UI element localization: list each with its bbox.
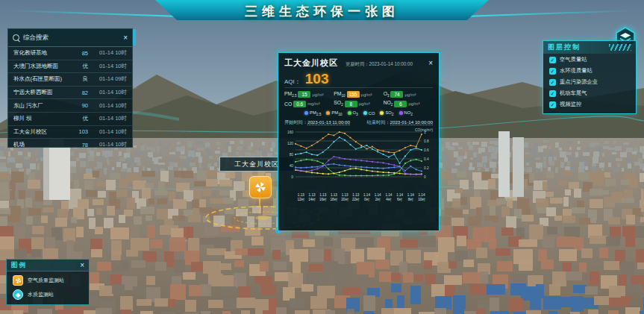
station-name: 补水点(石匣里断面): [13, 75, 72, 83]
station-name: 宁远大桥西断面: [13, 89, 72, 96]
pollutant-name: PM10: [334, 91, 345, 98]
pollutant-name: NO2: [384, 100, 393, 107]
legend-entry[interactable]: PM10: [326, 110, 342, 116]
search-clear-icon[interactable]: ×: [123, 34, 128, 42]
legend-entry[interactable]: CO: [363, 110, 375, 116]
pollutant-card: PM10 155 μg/m³: [334, 91, 383, 98]
svg-text:1.140时: 1.140时: [363, 193, 370, 201]
start-time-value[interactable]: 2023-01-13 11:00:00: [307, 119, 350, 125]
end-time-value[interactable]: 2023-01-14 10:00:00: [390, 119, 433, 125]
svg-text:CO(mg/m³): CO(mg/m³): [415, 128, 433, 131]
svg-text:1.142时: 1.142时: [375, 193, 381, 201]
pollutant-card: NO2 6 μg/m³: [384, 100, 433, 107]
svg-text:1.1314时: 1.1314时: [308, 193, 316, 201]
popup-close-icon[interactable]: ×: [428, 60, 433, 67]
start-time-label: 开始时间：: [284, 119, 307, 125]
marker-stem: [259, 198, 260, 216]
legend-dot: [304, 111, 308, 115]
legend-label: PM10: [331, 110, 342, 116]
water-station-icon: ◆: [13, 289, 23, 300]
legend-dot: [348, 111, 351, 115]
pollutant-name: SO2: [334, 100, 343, 107]
checkbox-checked-icon[interactable]: ✓: [549, 101, 556, 108]
checkbox-checked-icon[interactable]: ✓: [549, 57, 556, 63]
pollutant-unit: μg/m³: [404, 92, 416, 97]
pollutant-unit: μg/m³: [408, 101, 419, 106]
legend-label: NO2: [404, 110, 413, 116]
search-result-row[interactable]: 机场 78 01-14 10时: [8, 139, 132, 151]
update-time-label: 更新时间：: [346, 61, 369, 66]
search-result-row[interactable]: 补水点(石匣里断面) 良 01-14 09时: [8, 73, 132, 87]
legend-entry[interactable]: NO2: [399, 110, 413, 116]
svg-text:1.1318时: 1.1318时: [331, 193, 338, 201]
svg-text:1.144时: 1.144时: [385, 193, 392, 201]
search-result-list: 宣化教研基地 85 01-14 10时大境门水源地断面 优 01-14 10时补…: [8, 47, 132, 151]
checkbox-checked-icon[interactable]: ✓: [549, 68, 556, 75]
search-result-row[interactable]: 宣化教研基地 85 01-14 10时: [8, 47, 132, 60]
pollutant-card: SO2 8 μg/m³: [334, 100, 383, 107]
pollutant-value-badge: 6: [394, 101, 407, 107]
station-value: 82: [72, 90, 88, 96]
svg-text:80: 80: [290, 153, 294, 157]
layer-item-list: ✓ 空气质量站✓ 水环境质量站✓ 重点污染源企业✓ 机动车尾气✓ 视频监控: [543, 54, 636, 110]
search-result-row[interactable]: 工大金川校区 103 01-14 10时: [8, 126, 132, 139]
svg-text:0.6: 0.6: [424, 148, 429, 152]
station-time: 01-14 10时: [88, 128, 127, 136]
station-time: 01-14 10时: [88, 141, 127, 148]
legend-item-label: 水质监测站: [28, 291, 54, 298]
layer-item-label: 水环境质量站: [560, 67, 593, 75]
station-value: 优: [72, 115, 88, 122]
legend-entry[interactable]: SO2: [380, 110, 393, 116]
svg-text:0.8: 0.8: [424, 139, 429, 143]
search-bar[interactable]: 综合搜索 ×: [8, 29, 132, 47]
station-value: 103: [72, 128, 88, 135]
svg-text:1.148时: 1.148时: [407, 193, 414, 201]
search-icon: [13, 34, 19, 41]
pollutant-name: O3: [384, 91, 390, 98]
layer-item[interactable]: ✓ 机动车尾气: [543, 87, 636, 98]
svg-text:1.1312时: 1.1312时: [297, 193, 304, 201]
pinwheel-icon: [254, 181, 266, 193]
popup-update-time: 更新时间：2023-01-14 10:00:00: [346, 61, 428, 68]
svg-text:1.1410时: 1.1410时: [418, 193, 425, 201]
legend-entry[interactable]: PM2.5: [304, 110, 321, 116]
pollutant-value-badge: 74: [390, 91, 403, 98]
chart-legend: PM2.5PM10O3COSO2NO2: [284, 110, 433, 116]
checkbox-checked-icon[interactable]: ✓: [549, 79, 556, 86]
svg-text:160: 160: [287, 131, 293, 134]
pollutant-value-badge: 15: [298, 91, 310, 98]
search-result-row[interactable]: 东山 污水厂 90 01-14 10时: [8, 99, 132, 113]
svg-text:1.146时: 1.146时: [396, 193, 403, 201]
legend-label: O3: [353, 110, 358, 116]
map-legend-panel: 图例 × 空气质量监测站◆水质监测站: [6, 259, 90, 305]
legend-dot: [380, 111, 384, 115]
search-scrollbar[interactable]: [133, 29, 136, 45]
time-range-row: 开始时间：2023-01-13 11:00:00 结束时间：2023-01-14…: [284, 119, 433, 126]
station-time: 01-14 09时: [88, 75, 127, 83]
legend-close-icon[interactable]: ×: [80, 262, 84, 269]
svg-text:40: 40: [290, 164, 294, 168]
layer-item[interactable]: ✓ 视频监控: [543, 98, 636, 110]
station-name: 柳川 坝: [13, 115, 72, 122]
search-result-row[interactable]: 宁远大桥西断面 82 01-14 10时: [8, 87, 132, 100]
legend-label: SO2: [385, 110, 393, 116]
layer-item-label: 空气质量站: [560, 56, 587, 63]
pollutant-name: CO: [284, 101, 292, 107]
legend-dot: [363, 111, 367, 115]
search-result-row[interactable]: 大境门水源地断面 优 01-14 10时: [8, 60, 132, 74]
search-input[interactable]: 综合搜索: [23, 34, 123, 43]
search-result-row[interactable]: 柳川 坝 优 01-14 10时: [8, 113, 132, 126]
pollutant-name: PM2.5: [284, 91, 296, 98]
panel-decor-slashes: [609, 44, 631, 51]
layer-item[interactable]: ✓ 水环境质量站: [543, 65, 636, 76]
layer-item[interactable]: ✓ 空气质量站: [543, 54, 636, 65]
checkbox-checked-icon[interactable]: ✓: [549, 90, 556, 97]
legend-entry[interactable]: O3: [348, 110, 358, 116]
layer-item[interactable]: ✓ 重点污染源企业: [543, 76, 636, 87]
svg-text:0: 0: [424, 175, 426, 179]
station-time: 01-14 10时: [88, 49, 127, 57]
svg-text:0.2: 0.2: [424, 166, 429, 170]
air-station-marker-icon[interactable]: [249, 176, 272, 198]
legend-item-list: 空气质量监测站◆水质监测站: [7, 271, 89, 300]
end-time-label: 结束时间：: [367, 119, 390, 125]
